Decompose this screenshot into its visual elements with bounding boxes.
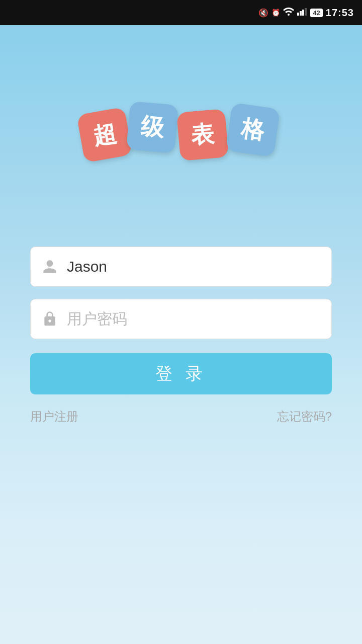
logo-tile-4: 格 <box>226 103 280 157</box>
password-input-wrapper <box>30 299 332 339</box>
password-input[interactable] <box>67 310 321 328</box>
logo-tile-2: 级 <box>126 101 178 153</box>
svg-rect-4 <box>305 8 307 16</box>
mute-icon: 🔇 <box>258 8 268 18</box>
wifi-icon <box>283 8 294 18</box>
links-row: 用户注册 忘记密码? <box>30 409 332 425</box>
login-form: 登 录 用户注册 忘记密码? <box>30 247 332 425</box>
username-input[interactable] <box>67 258 321 275</box>
login-button[interactable]: 登 录 <box>30 353 332 394</box>
register-link[interactable]: 用户注册 <box>30 409 78 425</box>
status-icons: 🔇 ⏰ 42 17:53 <box>258 7 354 19</box>
user-icon <box>41 258 59 276</box>
svg-rect-3 <box>302 10 304 16</box>
svg-point-0 <box>288 14 290 16</box>
alarm-icon: ⏰ <box>272 9 280 17</box>
forgot-password-link[interactable]: 忘记密码? <box>277 409 332 425</box>
main-content: 超 级 表 格 登 录 用户注册 <box>0 25 362 644</box>
logo-tile-1: 超 <box>76 107 132 163</box>
clock: 17:53 <box>326 7 354 19</box>
svg-rect-1 <box>297 13 299 16</box>
username-input-wrapper <box>30 247 332 287</box>
app-logo: 超 级 表 格 <box>75 96 287 186</box>
battery-icon: 42 <box>310 9 322 17</box>
lock-icon <box>41 310 59 328</box>
status-bar: 🔇 ⏰ 42 17:53 <box>0 0 362 25</box>
svg-rect-2 <box>300 11 302 16</box>
logo-tile-3: 表 <box>176 109 229 161</box>
signal-icon <box>297 8 307 18</box>
